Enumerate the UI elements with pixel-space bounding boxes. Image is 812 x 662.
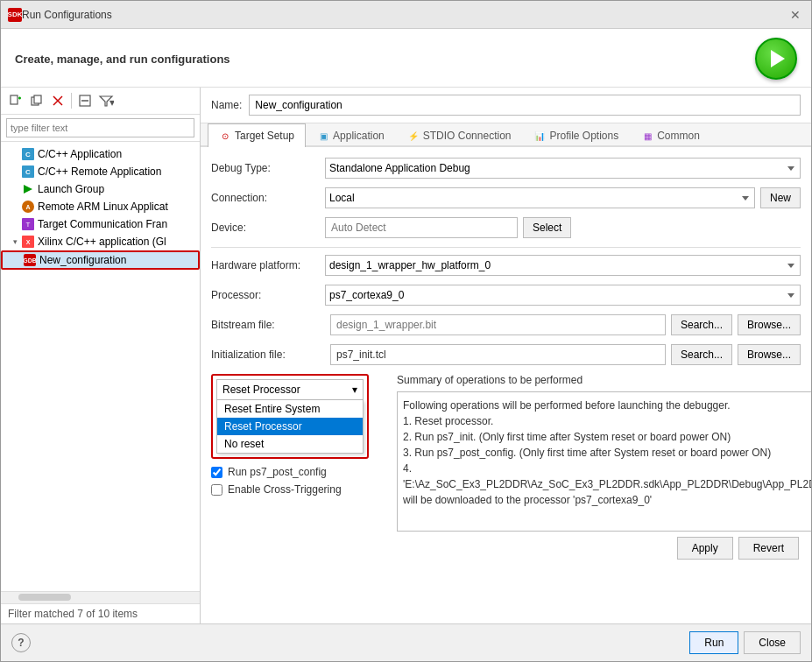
init-file-input[interactable]	[330, 344, 666, 365]
filter-box	[1, 115, 200, 142]
tab-profile[interactable]: 📊 Profile Options	[522, 123, 630, 147]
new-config-gdb-icon: GDB	[24, 254, 36, 266]
option-no-reset[interactable]: No reset	[217, 435, 363, 453]
init-file-row: Initialization file: Search... Browse...	[211, 344, 801, 365]
duplicate-button[interactable]	[27, 91, 46, 110]
option-reset-entire-system[interactable]: Reset Entire System	[217, 400, 363, 418]
device-label: Device:	[211, 222, 325, 234]
sidebar-item-cpp-app[interactable]: C C/C++ Application	[1, 145, 200, 163]
processor-select[interactable]: ps7_cortexa9_0	[325, 285, 801, 306]
remote-arm-label: Remote ARM Linux Applicat	[38, 201, 168, 213]
reset-dropdown-container: Reset Processor ▾ Reset Entire System Re…	[211, 374, 369, 459]
name-input[interactable]	[249, 95, 801, 116]
hw-platform-select[interactable]: design_1_wrapper_hw_platform_0	[325, 255, 801, 276]
main-content: ▾ C C/C++ Application C C/C++ Remote App…	[1, 88, 811, 623]
sidebar-item-new-config[interactable]: GDB New_configuration	[1, 250, 200, 270]
device-input[interactable]	[325, 217, 518, 238]
sidebar-footer: Filter matched 7 of 10 items	[1, 603, 200, 623]
header-title: Create, manage, and run configurations	[15, 53, 230, 66]
hw-platform-row: Hardware platform: design_1_wrapper_hw_p…	[211, 255, 801, 276]
cross-trigger-checkbox-row: Enable Cross-Triggering	[211, 483, 386, 496]
close-bottom-button[interactable]: Close	[744, 631, 801, 654]
target-tab-icon: ⊙	[219, 130, 231, 142]
hw-platform-label: Hardware platform:	[211, 259, 325, 271]
cpp-app-label: C/C++ Application	[38, 148, 122, 160]
lower-section: Reset Processor ▾ Reset Entire System Re…	[211, 374, 801, 532]
bitstream-label: Bitstream file:	[211, 319, 325, 331]
sidebar-item-launch-group[interactable]: Launch Group	[1, 180, 200, 198]
bitstream-input[interactable]	[330, 314, 666, 335]
title-bar-text: Run Configurations	[22, 9, 787, 21]
init-search-button[interactable]: Search...	[671, 344, 732, 365]
target-comm-label: Target Communication Fran	[38, 218, 167, 230]
select-device-button[interactable]: Select	[523, 217, 571, 238]
reset-dropdown-arrow: ▾	[352, 384, 357, 396]
header-section: Create, manage, and run configurations	[1, 29, 811, 88]
revert-button[interactable]: Revert	[738, 537, 799, 560]
sidebar-item-target-comm[interactable]: T Target Communication Fran	[1, 215, 200, 233]
tab-common[interactable]: ▦ Common	[630, 123, 711, 147]
svg-rect-0	[11, 95, 18, 104]
run-ps7-label: Run ps7_post_config	[228, 466, 327, 478]
xilinx-icon: X	[22, 236, 34, 248]
connection-select[interactable]: Local	[325, 187, 755, 208]
bitstream-search-button[interactable]: Search...	[671, 314, 732, 335]
option-reset-processor[interactable]: Reset Processor	[217, 418, 363, 435]
tab-profile-label: Profile Options	[549, 130, 618, 142]
device-row: Device: Select	[211, 217, 801, 238]
config-panel: Name: ⊙ Target Setup ▣ Application ⚡ STD…	[201, 88, 811, 623]
filter-input[interactable]	[6, 118, 194, 137]
tab-application[interactable]: ▣ Application	[306, 123, 396, 147]
filter-dropdown-button[interactable]: ▾	[96, 91, 116, 110]
launch-group-label: Launch Group	[38, 183, 104, 195]
summary-text: Following operations will be performed b…	[403, 398, 811, 508]
reset-dropdown-trigger[interactable]: Reset Processor ▾	[216, 379, 364, 400]
run-ps7-checkbox[interactable]	[211, 467, 222, 478]
launch-group-icon	[22, 183, 34, 195]
target-comm-icon: T	[22, 218, 34, 230]
help-button[interactable]: ?	[11, 633, 31, 652]
svg-rect-4	[34, 95, 41, 103]
reset-dropdown-menu: Reset Entire System Reset Processor No r…	[216, 400, 364, 454]
tab-stdio[interactable]: ⚡ STDIO Connection	[396, 123, 523, 147]
cpp-remote-label: C/C++ Remote Application	[38, 166, 161, 178]
bitstream-row: Bitstream file: Search... Browse...	[211, 314, 801, 335]
sidebar-item-remote-arm[interactable]: A Remote ARM Linux Applicat	[1, 198, 200, 215]
run-button[interactable]	[755, 38, 797, 80]
bitstream-browse-button[interactable]: Browse...	[738, 314, 801, 335]
cpp-remote-icon: C	[22, 166, 34, 178]
new-connection-button[interactable]: New	[760, 187, 801, 208]
apply-button[interactable]: Apply	[677, 537, 733, 560]
debug-type-select[interactable]: Standalone Application Debug	[325, 158, 801, 179]
init-browse-button[interactable]: Browse...	[738, 344, 801, 365]
run-ps7-checkbox-row: Run ps7_post_config	[211, 466, 386, 478]
debug-type-row: Debug Type: Standalone Application Debug	[211, 158, 801, 179]
bottom-bar: ? Run Close	[1, 623, 811, 661]
reset-section: Reset Processor ▾ Reset Entire System Re…	[211, 374, 386, 532]
init-file-label: Initialization file:	[211, 349, 325, 361]
sidebar: ▾ C C/C++ Application C C/C++ Remote App…	[1, 88, 201, 623]
cross-trigger-label: Enable Cross-Triggering	[228, 483, 342, 496]
reset-dropdown-label: Reset Processor	[222, 384, 300, 396]
panel-content: Debug Type: Standalone Application Debug…	[201, 147, 811, 623]
cross-trigger-checkbox[interactable]	[211, 484, 222, 496]
svg-text:▾: ▾	[109, 96, 114, 107]
sidebar-scrollbar[interactable]	[1, 591, 200, 603]
tab-target-setup[interactable]: ⊙ Target Setup	[208, 123, 306, 147]
sidebar-item-xilinx[interactable]: ▾ X Xilinx C/C++ application (Gl	[1, 233, 200, 250]
connection-label: Connection:	[211, 192, 325, 204]
tab-application-label: Application	[333, 130, 385, 142]
run-configurations-window: SDK Run Configurations ✕ Create, manage,…	[0, 0, 812, 662]
name-label: Name:	[211, 99, 242, 111]
sidebar-item-cpp-remote[interactable]: C C/C++ Remote Application	[1, 163, 200, 180]
stdio-tab-icon: ⚡	[407, 130, 420, 142]
delete-button[interactable]	[48, 91, 67, 110]
new-config-button[interactable]	[6, 91, 25, 110]
sdk-icon: SDK	[8, 8, 22, 22]
tree-area: C C/C++ Application C C/C++ Remote Appli…	[1, 142, 200, 591]
collapse-button[interactable]	[75, 91, 95, 110]
summary-title: Summary of operations to be performed	[397, 374, 811, 386]
cpp-app-icon: C	[22, 148, 34, 160]
close-button[interactable]: ✕	[787, 6, 804, 24]
run-bottom-button[interactable]: Run	[689, 631, 738, 654]
